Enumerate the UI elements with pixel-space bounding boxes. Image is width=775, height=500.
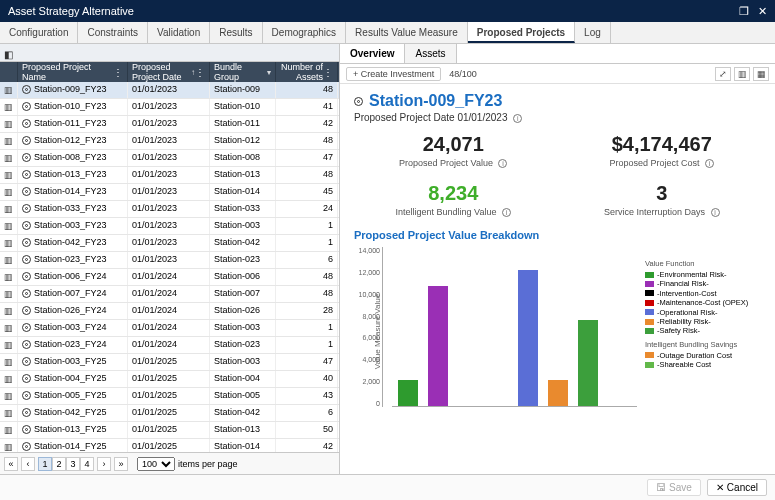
table-row[interactable]: ▥Station-004_FY2501/01/2025Station-00440	[0, 371, 339, 388]
legend-item: -Safety Risk-	[645, 326, 761, 335]
pager-page[interactable]: 3	[66, 457, 80, 471]
row-assets: 43	[276, 388, 338, 404]
table-row[interactable]: ▥Station-013_FY2301/01/2023Station-01348	[0, 167, 339, 184]
pager-last[interactable]: »	[114, 457, 128, 471]
table-row[interactable]: ▥Station-011_FY2301/01/2023Station-01142	[0, 116, 339, 133]
table-row[interactable]: ▥Station-005_FY2501/01/2025Station-00543	[0, 388, 339, 405]
tab-results[interactable]: Results	[210, 22, 262, 43]
row-date: 01/01/2023	[128, 150, 210, 166]
pager-first[interactable]: «	[4, 457, 18, 471]
th-menu-icon[interactable]: ⋮	[323, 67, 333, 78]
metric-value: 24,071	[354, 133, 553, 156]
row-assets: 28	[276, 303, 338, 319]
window-maximize-icon[interactable]: ❐	[739, 5, 749, 17]
tab-log[interactable]: Log	[575, 22, 611, 43]
table-row[interactable]: ▥Station-003_FY2501/01/2025Station-00347	[0, 354, 339, 371]
tab-proposed-projects[interactable]: Proposed Projects	[468, 22, 575, 43]
pager-prev[interactable]: ‹	[21, 457, 35, 471]
row-chart-icon: ▥	[4, 153, 13, 163]
grid-expand-icon[interactable]: ◧	[4, 49, 13, 60]
row-bundle: Station-003	[210, 354, 276, 370]
row-assets: 48	[276, 133, 338, 149]
row-name: Station-010_FY23	[34, 101, 107, 111]
table-row[interactable]: ▥Station-014_FY2501/01/2025Station-01442	[0, 439, 339, 452]
legend-swatch	[645, 362, 654, 368]
row-assets: 41	[276, 99, 338, 115]
table-row[interactable]: ▥Station-013_FY2501/01/2025Station-01350	[0, 422, 339, 439]
info-icon[interactable]: i	[502, 208, 511, 217]
subtab-overview[interactable]: Overview	[340, 44, 405, 63]
filter-icon[interactable]: ▾	[267, 68, 271, 77]
table-row[interactable]: ▥Station-023_FY2301/01/2023Station-0236	[0, 252, 339, 269]
th-date[interactable]: Proposed Project Date	[132, 62, 189, 82]
info-icon[interactable]: i	[711, 208, 720, 217]
pager-next[interactable]: ›	[97, 457, 111, 471]
legend-label: -Environmental Risk-	[657, 270, 727, 279]
detail-subtabs: OverviewAssets	[340, 44, 775, 64]
create-investment-button[interactable]: + Create Investment	[346, 67, 441, 81]
info-icon[interactable]: i	[513, 114, 522, 123]
table-row[interactable]: ▥Station-023_FY2401/01/2024Station-0231	[0, 337, 339, 354]
th-menu-icon[interactable]: ⋮	[113, 67, 123, 78]
tab-constraints[interactable]: Constraints	[78, 22, 148, 43]
info-icon[interactable]: i	[705, 159, 714, 168]
target-icon	[22, 119, 31, 128]
th-name[interactable]: Proposed Project Name	[22, 62, 113, 82]
row-bundle: Station-007	[210, 286, 276, 302]
table-row[interactable]: ▥Station-042_FY2301/01/2023Station-0421	[0, 235, 339, 252]
pager-page[interactable]: 2	[52, 457, 66, 471]
table-row[interactable]: ▥Station-006_FY2401/01/2024Station-00648	[0, 269, 339, 286]
sort-asc-icon[interactable]: ↑	[191, 68, 195, 77]
table-row[interactable]: ▥Station-033_FY2301/01/2023Station-03324	[0, 201, 339, 218]
row-chart-icon: ▥	[4, 170, 13, 180]
tab-validation[interactable]: Validation	[148, 22, 210, 43]
pager-label: items per page	[178, 459, 238, 469]
th-menu-icon[interactable]: ⋮	[195, 67, 205, 78]
legend-label: -Shareable Cost	[657, 360, 711, 369]
th-bundle[interactable]: Bundle Group	[214, 62, 265, 82]
subtab-assets[interactable]: Assets	[405, 44, 456, 63]
tab-configuration[interactable]: Configuration	[0, 22, 78, 43]
table-row[interactable]: ▥Station-012_FY2301/01/2023Station-01248	[0, 133, 339, 150]
table-row[interactable]: ▥Station-042_FY2501/01/2025Station-0426	[0, 405, 339, 422]
pager-page[interactable]: 1	[38, 457, 52, 471]
metric-label: Proposed Project Cost i	[563, 158, 762, 168]
legend-swatch	[645, 309, 654, 315]
expand-view-icon[interactable]: ⤢	[715, 67, 731, 81]
table-row[interactable]: ▥Station-003_FY2401/01/2024Station-0031	[0, 320, 339, 337]
legend-swatch	[645, 290, 654, 296]
th-assets[interactable]: Number of Assets	[280, 62, 323, 82]
row-assets: 45	[276, 184, 338, 200]
cancel-button[interactable]: ✕Cancel	[707, 479, 767, 496]
table-row[interactable]: ▥Station-026_FY2401/01/2024Station-02628	[0, 303, 339, 320]
pager-page[interactable]: 4	[80, 457, 94, 471]
row-name: Station-033_FY23	[34, 203, 107, 213]
table-row[interactable]: ▥Station-003_FY2301/01/2023Station-0031	[0, 218, 339, 235]
barchart-view-icon[interactable]: ▥	[734, 67, 750, 81]
chart-bar	[548, 380, 568, 406]
table-row[interactable]: ▥Station-010_FY2301/01/2023Station-01041	[0, 99, 339, 116]
row-bundle: Station-023	[210, 337, 276, 353]
y-tick: 4,000	[354, 356, 380, 363]
legend-item: -Shareable Cost	[645, 360, 761, 369]
target-icon	[22, 272, 31, 281]
target-icon	[22, 391, 31, 400]
table-view-icon[interactable]: ▦	[753, 67, 769, 81]
window-close-icon[interactable]: ✕	[758, 5, 767, 17]
info-icon[interactable]: i	[498, 159, 507, 168]
tab-demographics[interactable]: Demographics	[263, 22, 346, 43]
table-row[interactable]: ▥Station-009_FY2301/01/2023Station-00948	[0, 82, 339, 99]
save-button[interactable]: 🖫Save	[647, 479, 701, 496]
chart-bar	[518, 270, 538, 406]
table-row[interactable]: ▥Station-008_FY2301/01/2023Station-00847	[0, 150, 339, 167]
page-size-select[interactable]: 100	[137, 457, 175, 471]
table-row[interactable]: ▥Station-007_FY2401/01/2024Station-00748	[0, 286, 339, 303]
tab-results-value-measure[interactable]: Results Value Measure	[346, 22, 468, 43]
table-row[interactable]: ▥Station-014_FY2301/01/2023Station-01445	[0, 184, 339, 201]
row-chart-icon: ▥	[4, 221, 13, 231]
row-name: Station-007_FY24	[34, 288, 107, 298]
row-chart-icon: ▥	[4, 102, 13, 112]
y-tick: 12,000	[354, 269, 380, 276]
legend-item: -Outage Duration Cost	[645, 351, 761, 360]
row-bundle: Station-011	[210, 116, 276, 132]
